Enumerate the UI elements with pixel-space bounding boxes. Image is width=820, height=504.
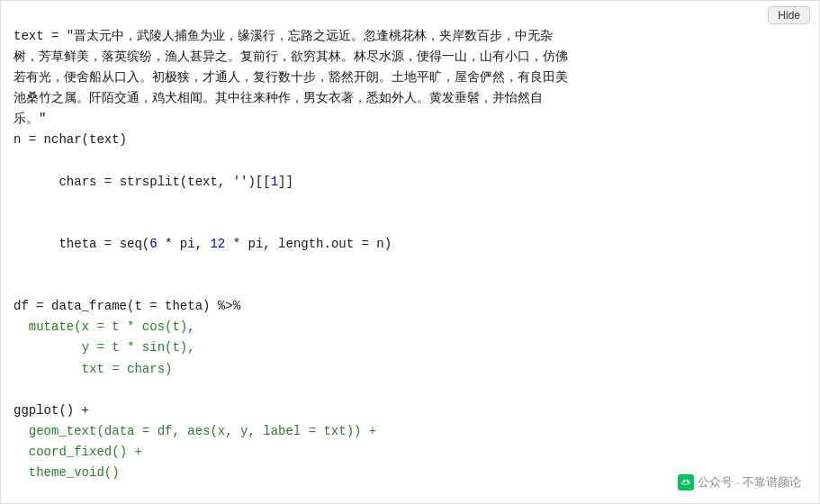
code-line-strsplit: chars = strsplit(text, '')[[1]]	[14, 151, 806, 213]
watermark-text: 公众号 · 不靠谱颜论	[698, 474, 801, 490]
code-line-mutate: mutate(x = t * cos(t),	[14, 317, 806, 338]
code-line-blank2	[14, 380, 806, 400]
code-line-theta: theta = seq(6 * pi, 12 * pi, length.out …	[14, 213, 806, 275]
code-line-text-5: 乐。"	[14, 109, 806, 130]
code-line-txt: txt = chars)	[14, 359, 806, 380]
wechat-icon	[678, 474, 694, 490]
watermark: 公众号 · 不靠谱颜论	[678, 474, 801, 490]
code-line-text-assignment: text = "晋太元中，武陵人捕鱼为业，缘溪行，忘路之远近。忽逢桃花林，夹岸数…	[14, 26, 806, 47]
code-line-y: y = t * sin(t),	[14, 338, 806, 358]
code-line-text-3: 若有光，便舍船从口入。初极狭，才通人，复行数十步，豁然开朗。土地平旷，屋舍俨然，…	[14, 68, 806, 88]
code-text: text = "晋太元中，武陵人捕鱼为业，缘溪行，忘路之远近。忽逢桃花林，夹岸数…	[14, 29, 553, 43]
hide-button[interactable]: Hide	[768, 6, 810, 24]
code-line-ggplot: ggplot() +	[14, 400, 806, 421]
code-block: text = "晋太元中，武陵人捕鱼为业，缘溪行，忘路之远近。忽逢桃花林，夹岸数…	[1, 1, 819, 492]
code-line-text-4: 池桑竹之属。阡陌交通，鸡犬相闻。其中往来种作，男女衣著，悉如外人。黄发垂髫，并怡…	[14, 88, 806, 109]
code-line-df: df = data_frame(t = theta) %>%	[14, 296, 806, 317]
code-line-coord-fixed: coord_fixed() +	[14, 442, 806, 463]
code-window: Hide text = "晋太元中，武陵人捕鱼为业，缘溪行，忘路之远近。忽逢桃花…	[0, 0, 820, 504]
code-line-text-2: 树，芳草鲜美，落英缤纷，渔人甚异之。复前行，欲穷其林。林尽水源，便得一山，山有小…	[14, 47, 806, 68]
code-line-blank1	[14, 275, 806, 296]
code-line-geom-text: geom_text(data = df, aes(x, y, label = t…	[14, 421, 806, 442]
code-line-nchar: n = nchar(text)	[14, 130, 806, 150]
